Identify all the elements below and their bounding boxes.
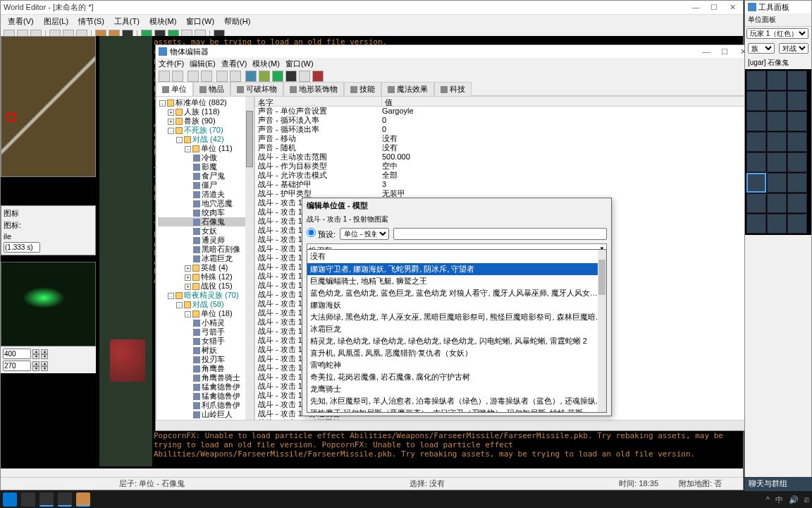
tray-up-icon[interactable]: ^ — [766, 495, 770, 504]
menu-module[interactable]: 模块(M) — [145, 16, 181, 28]
y-up[interactable]: ▴ — [32, 361, 39, 366]
property-row[interactable]: 声音 - 循环淡入率0 — [255, 116, 753, 125]
oe-tb-reset[interactable] — [230, 71, 241, 82]
radio-preset[interactable]: 预设: — [307, 228, 336, 240]
dropdown-item[interactable]: 雷鸣蛇神 — [307, 359, 606, 371]
task-3[interactable] — [58, 492, 72, 507]
x-up[interactable]: ▴ — [32, 349, 39, 354]
task-2[interactable] — [39, 492, 54, 507]
chat-panel[interactable]: 聊天与群组 — [744, 477, 812, 491]
dropdown-item[interactable]: 蓝色幼龙, 蓝色幼龙, 蓝色巨龙, 蓝色幼龙 对狼人看守, 魔牙人风暴巫师, 魔… — [307, 287, 606, 299]
oe-tb-c[interactable] — [272, 71, 283, 82]
tab-units[interactable]: 单位 — [156, 82, 193, 97]
dropdown-item[interactable]: 龙鹰骑士 — [307, 383, 606, 395]
oe-tb-paste[interactable] — [201, 71, 212, 82]
unit-palette-grid — [745, 69, 811, 235]
tree-scrollbar[interactable] — [245, 97, 254, 420]
oe-tb-b[interactable] — [259, 71, 270, 82]
coord-x[interactable] — [3, 349, 31, 359]
property-row[interactable]: 声音 - 随机没有 — [255, 143, 753, 152]
tray-ime[interactable]: 中 — [775, 495, 783, 505]
preset-select[interactable]: 单位 - 投射物 — [340, 228, 389, 240]
tray-volume-icon[interactable]: 🔊 — [789, 495, 799, 504]
melee-select[interactable]: 对战 — [779, 43, 808, 54]
tree-selected[interactable]: 石像鬼 — [158, 217, 252, 226]
oe-tb-open[interactable] — [172, 71, 183, 82]
dropdown-item[interactable]: 精灵龙, 绿色幼龙, 绿色幼龙, 绿色幼龙, 绿色幼龙, 闪电蛇蜥, 风暴蛇蜥,… — [307, 335, 606, 347]
oe-maximize[interactable]: ☐ — [720, 47, 730, 56]
task-1[interactable] — [21, 492, 35, 507]
menu-scene[interactable]: 情节(S) — [74, 16, 109, 28]
preset-text[interactable] — [393, 228, 607, 240]
tab-destructibles[interactable]: 可破坏物 — [230, 82, 283, 97]
dropdown-scrollbar[interactable] — [598, 250, 606, 412]
oe-tabs: 单位 物品 可破坏物 地形装饰物 技能 魔法效果 科技 — [156, 83, 753, 96]
start-button[interactable] — [3, 492, 17, 507]
property-row[interactable]: 战斗 - 作为目标类型空中 — [255, 162, 753, 171]
oe-menu-module[interactable]: 模块(M) — [252, 59, 280, 69]
property-row[interactable]: 声音 - 循环淡出率0 — [255, 125, 753, 134]
dropdown-item[interactable]: 巨魔蝙蝠骑士, 地精飞艇, 狮鹫之王 — [307, 275, 606, 287]
status-map: 附加地图: 否 — [679, 478, 722, 489]
tree-root[interactable]: -标准单位 (882) — [158, 98, 252, 107]
palette-selected[interactable] — [746, 173, 766, 193]
dropdown-item[interactable]: 冰霜巨龙 — [307, 323, 606, 335]
tab-buffs[interactable]: 魔法效果 — [381, 82, 434, 97]
dropdown-item[interactable]: 大法师绿, 黑色幼龙, 羊人巫女巫, 黑暗巨魔暗影祭司, 熊怪巨魔暗影祭司, 森… — [307, 311, 606, 323]
property-row[interactable]: 战斗 - 允许攻击模式全部 — [255, 171, 753, 180]
menu-window[interactable]: 窗口(W) — [182, 16, 219, 28]
property-row[interactable]: 声音 - 单位声音设置Gargoyle — [255, 107, 753, 116]
oe-menu-edit[interactable]: 编辑(E) — [190, 59, 216, 69]
frame-input[interactable] — [4, 242, 40, 253]
coord-y[interactable] — [3, 361, 31, 371]
property-row[interactable]: 战斗 - 基础护甲3 — [255, 180, 753, 189]
y-down[interactable]: ▾ — [32, 366, 39, 371]
menu-help[interactable]: 帮助(H) — [220, 16, 254, 28]
menu-view[interactable]: 查看(V) — [4, 16, 38, 28]
maximize-button[interactable]: ☐ — [709, 3, 719, 12]
task-4[interactable] — [76, 492, 90, 507]
console-bottom: PopcornFX: Unable to load particle effec… — [152, 430, 737, 468]
dropdown-item[interactable]: 直升机, 凤凰蛋, 凤凰, 恶魔猎韵·复仇者（女妖） — [307, 347, 606, 359]
coord-panel: ▴▾ ▴▾ ▴▾ ▴▾ — [1, 346, 96, 373]
property-row[interactable]: 战斗 - 主动攻击范围500.000 — [255, 152, 753, 162]
oe-tb-f[interactable] — [312, 71, 324, 82]
menu-layer[interactable]: 图层(L) — [39, 16, 73, 28]
tray-net-icon[interactable]: ⎚ — [804, 495, 809, 504]
main-titlebar: World Editor - [未命名的 *] — ☐ ✕ — [1, 1, 743, 15]
close-button[interactable]: ✕ — [727, 3, 737, 12]
dropdown-item[interactable]: 奇美拉, 花岗岩魔像, 岩石魔像, 腐化的守护古树 — [307, 371, 606, 383]
oe-tb-d[interactable] — [285, 71, 297, 82]
tab-abilities[interactable]: 技能 — [344, 82, 381, 97]
dropdown-selected[interactable]: 娜迦守卫者, 娜迦海妖, 飞蛇男爵, 阴冰斥, 守望者 — [307, 263, 606, 275]
oe-tb-a[interactable] — [245, 71, 257, 82]
main-3d-viewport[interactable] — [99, 36, 159, 466]
edit-value-dialog: 编辑单位值 - 模型 战斗 - 攻击 1 - 投射物图案 预设: 单位 - 投射… — [302, 198, 612, 416]
status-unit: 层子: 单位 - 石像鬼 — [119, 478, 185, 489]
palette-cell[interactable] — [746, 71, 766, 90]
oe-h-scrollbar[interactable] — [156, 421, 753, 430]
tab-upgrades[interactable]: 科技 — [434, 82, 472, 97]
oe-menu-file[interactable]: 文件(F) — [159, 59, 184, 69]
x-down[interactable]: ▾ — [32, 354, 39, 359]
oe-menu-window[interactable]: 窗口(W) — [285, 59, 314, 69]
minimap-viewport[interactable] — [1, 36, 96, 177]
race-select[interactable]: 族 — [748, 43, 775, 54]
minimize-button[interactable]: — — [691, 3, 701, 12]
tab-items[interactable]: 物品 — [193, 82, 230, 97]
property-row[interactable]: 声音 - 移动没有 — [255, 134, 753, 143]
oe-tb-copy[interactable] — [187, 71, 199, 82]
oe-menu-view[interactable]: 查看(V) — [221, 59, 247, 69]
dropdown-item[interactable]: 先知, 冰巨魔祭司, 羊人治愈者, 泊毒操纵者（绿色）, 游毒操纵者（蓝色）, … — [307, 395, 606, 407]
oe-toolbar — [156, 69, 753, 83]
dropdown-item[interactable]: 娜迦海妖 — [307, 299, 606, 311]
oe-minimize[interactable]: — — [701, 47, 711, 56]
player-select[interactable]: 玩家 1（红色） — [746, 28, 808, 39]
tab-doodads[interactable]: 地形装饰物 — [283, 82, 344, 97]
oe-tb-new[interactable] — [159, 71, 170, 82]
menu-tool[interactable]: 工具(T) — [110, 16, 144, 28]
oe-tb-find[interactable] — [216, 71, 228, 82]
preview-viewport[interactable] — [1, 262, 96, 346]
dropdown-item[interactable]: 恐怖魔王,玛尔加尼斯（恶魔形态）, 末日守卫（召唤物）, 玛尔加尼斯, 纳特·菲… — [307, 407, 606, 413]
oe-tb-e[interactable] — [299, 71, 310, 82]
